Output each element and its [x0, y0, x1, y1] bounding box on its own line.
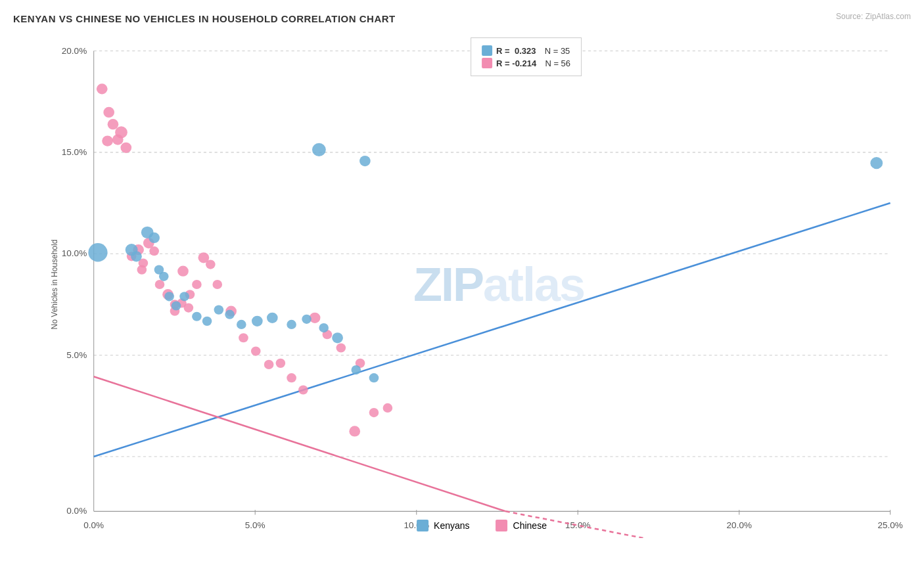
chinese-label: Chinese [513, 520, 547, 531]
svg-point-91 [870, 157, 883, 169]
chinese-bottom-swatch [496, 520, 508, 531]
svg-point-51 [251, 346, 261, 355]
svg-point-41 [184, 303, 194, 312]
svg-point-84 [302, 315, 312, 324]
svg-point-77 [202, 317, 212, 326]
svg-text:5.0%: 5.0% [245, 520, 266, 530]
svg-text:0.0%: 0.0% [66, 507, 87, 516]
legend-row-kenyan: R = 0.323 N = 35 [482, 45, 570, 56]
scatter-plot: 20.0% 15.0% 10.0% 5.0% 0.0% 0.0% 5.0% 10… [53, 31, 911, 538]
svg-point-64 [102, 135, 113, 146]
svg-text:5.0%: 5.0% [66, 350, 87, 360]
svg-text:20.0%: 20.0% [62, 46, 87, 56]
svg-point-55 [298, 385, 308, 394]
svg-point-30 [115, 126, 127, 138]
svg-point-36 [149, 246, 159, 256]
chinese-n: N = 56 [540, 58, 570, 68]
svg-point-43 [177, 266, 189, 277]
svg-point-65 [88, 243, 107, 261]
svg-point-58 [336, 343, 346, 352]
svg-point-71 [159, 272, 169, 281]
chart-area: No Vehicles in Household ZIPatlas R = 0.… [53, 31, 911, 538]
svg-line-24 [94, 376, 506, 511]
bottom-legend: Kenyans Chinese [417, 520, 547, 531]
kenyan-swatch [482, 45, 492, 56]
svg-point-37 [155, 280, 165, 289]
svg-point-90 [359, 156, 371, 166]
svg-point-86 [332, 332, 343, 343]
svg-point-74 [179, 292, 189, 301]
svg-text:10.0%: 10.0% [62, 249, 87, 259]
svg-point-31 [120, 143, 131, 153]
kenyan-r: R = 0.323 [496, 46, 536, 56]
svg-point-69 [149, 233, 160, 243]
svg-text:0.0%: 0.0% [83, 520, 104, 530]
svg-point-60 [369, 408, 379, 417]
svg-point-48 [212, 280, 222, 289]
svg-point-62 [349, 426, 360, 436]
svg-point-81 [252, 316, 263, 327]
svg-point-89 [312, 143, 326, 156]
svg-line-23 [94, 203, 890, 457]
svg-text:25.0%: 25.0% [877, 520, 903, 530]
svg-point-87 [351, 365, 361, 374]
legend-item-chinese: Chinese [496, 520, 547, 531]
source-label: Source: ZipAtlas.com [836, 12, 911, 21]
svg-point-83 [287, 320, 296, 329]
svg-point-52 [264, 360, 274, 369]
legend-box: R = 0.323 N = 35 R = -0.214 N = 56 [471, 37, 582, 76]
svg-point-28 [108, 119, 119, 129]
svg-point-85 [319, 323, 329, 332]
svg-point-73 [172, 301, 181, 310]
y-axis-label: No Vehicles in Household [50, 240, 59, 330]
chinese-r: R = -0.214 [496, 58, 536, 68]
svg-point-80 [237, 320, 246, 329]
svg-point-63 [137, 265, 147, 275]
svg-point-61 [383, 403, 393, 413]
svg-point-53 [276, 359, 286, 368]
svg-point-72 [164, 292, 174, 301]
svg-point-27 [103, 107, 114, 118]
svg-point-26 [97, 83, 108, 94]
svg-point-79 [225, 310, 235, 319]
legend-row-chinese: R = -0.214 N = 56 [482, 58, 570, 68]
kenyans-swatch [417, 520, 428, 531]
legend-item-kenyans: Kenyans [417, 520, 469, 531]
svg-point-45 [192, 280, 202, 289]
kenyans-label: Kenyans [434, 520, 469, 531]
svg-point-88 [369, 373, 379, 382]
svg-text:20.0%: 20.0% [727, 520, 752, 530]
svg-point-78 [214, 305, 224, 314]
svg-point-82 [267, 313, 278, 323]
chart-title: KENYAN VS CHINESE NO VEHICLES IN HOUSEHO… [13, 13, 911, 24]
svg-point-50 [239, 333, 248, 342]
svg-point-76 [192, 312, 202, 321]
chart-container: KENYAN VS CHINESE NO VEHICLES IN HOUSEHO… [0, 0, 924, 586]
kenyan-n: N = 35 [540, 46, 570, 56]
svg-text:15.0%: 15.0% [565, 520, 591, 530]
svg-text:15.0%: 15.0% [62, 147, 87, 157]
chinese-swatch [482, 58, 492, 68]
svg-point-54 [287, 373, 296, 382]
svg-point-67 [131, 251, 142, 261]
svg-point-47 [206, 259, 216, 269]
